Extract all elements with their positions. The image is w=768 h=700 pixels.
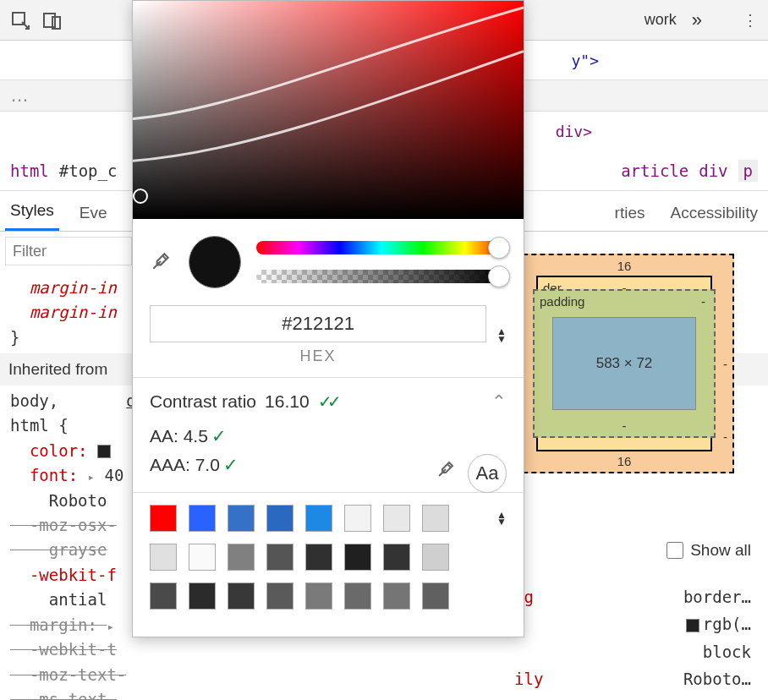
device-toggle-icon[interactable]	[41, 8, 64, 32]
hex-input[interactable]	[150, 305, 486, 342]
contrast-section: Contrast ratio 16.10 ✓✓ ⌃ AA: 4.5✓ AAA: …	[133, 378, 524, 492]
palette-swatch[interactable]	[150, 544, 177, 571]
filter-input[interactable]	[5, 237, 132, 265]
palette-swatch[interactable]	[344, 505, 371, 532]
hue-slider[interactable]	[256, 241, 507, 254]
kebab-menu-icon[interactable]: ⋮	[743, 11, 760, 30]
alpha-thumb[interactable]	[488, 265, 510, 287]
palette-swatch[interactable]	[422, 544, 449, 571]
tab-event-listeners[interactable]: Eve	[74, 195, 112, 231]
palette-section: ▲▼	[133, 493, 524, 637]
tab-network[interactable]: work	[638, 11, 683, 29]
box-model-content: 583 × 72	[552, 317, 696, 410]
saturation-value-area[interactable]	[133, 1, 524, 219]
eyedropper-icon[interactable]	[150, 250, 173, 274]
palette-swatch[interactable]	[344, 582, 371, 610]
breadcrumb-top[interactable]: #top_c	[59, 161, 118, 180]
palette-swatch[interactable]	[150, 582, 177, 610]
palette-swatch[interactable]	[305, 505, 332, 532]
svg-rect-1	[44, 14, 55, 27]
color-swatch[interactable]	[686, 619, 699, 632]
palette-swatch[interactable]	[383, 582, 410, 610]
box-model: der - padding - - 583 × 72 16 16 - -	[514, 254, 734, 473]
collapse-icon[interactable]: ⌃	[491, 391, 507, 412]
show-all-checkbox[interactable]	[667, 542, 683, 559]
breadcrumb-p[interactable]: p	[738, 160, 758, 182]
palette-stepper[interactable]: ▲▼	[496, 511, 507, 526]
tab-styles[interactable]: Styles	[5, 193, 59, 231]
format-stepper[interactable]: ▲▼	[496, 328, 507, 342]
show-all-row: Show all	[667, 541, 751, 560]
palette-swatch[interactable]	[189, 505, 216, 532]
eyedropper-icon[interactable]	[436, 459, 456, 488]
palette-swatch[interactable]	[228, 505, 255, 532]
breadcrumb-html[interactable]: html	[10, 161, 49, 180]
show-all-label: Show all	[690, 541, 751, 560]
color-picker-popover: HEX ▲▼ Contrast ratio 16.10 ✓✓ ⌃ AA: 4.5…	[132, 0, 524, 637]
contrast-sample-icon[interactable]: Aa	[468, 454, 507, 493]
hue-thumb[interactable]	[488, 237, 510, 259]
palette-swatch[interactable]	[383, 505, 410, 532]
palette-swatch[interactable]	[422, 505, 449, 532]
tab-accessibility[interactable]: Accessibility	[666, 195, 763, 231]
alpha-slider[interactable]	[256, 270, 507, 283]
palette-swatch[interactable]	[150, 505, 177, 532]
sv-cursor[interactable]	[133, 189, 148, 204]
color-swatch[interactable]	[97, 445, 111, 458]
palette-swatch[interactable]	[228, 582, 255, 610]
palette-swatch[interactable]	[305, 544, 332, 571]
palette-swatch[interactable]	[344, 544, 371, 571]
palette-swatch[interactable]	[266, 544, 293, 571]
palette-swatch[interactable]	[189, 582, 216, 610]
check-icon: ✓	[223, 455, 239, 474]
current-color-preview	[189, 236, 241, 288]
palette-swatch[interactable]	[228, 544, 255, 571]
palette-swatch[interactable]	[305, 582, 332, 610]
palette-swatch[interactable]	[189, 544, 216, 571]
breadcrumb-article[interactable]: article	[621, 161, 688, 180]
palette-swatch[interactable]	[383, 544, 410, 571]
select-element-icon[interactable]	[8, 8, 32, 32]
expand-icon[interactable]: ▸	[88, 468, 95, 487]
check-icon: ✓	[211, 426, 227, 446]
color-format-label: HEX	[150, 347, 486, 365]
double-check-icon: ✓✓	[318, 391, 337, 412]
palette-swatch[interactable]	[422, 582, 449, 610]
palette-swatch[interactable]	[266, 505, 293, 532]
computed-properties: ngborder… rgb(… block ilyRoboto…	[514, 583, 751, 692]
breadcrumb-div[interactable]: div	[699, 161, 727, 180]
palette-swatch[interactable]	[266, 582, 293, 610]
tab-properties[interactable]: rties	[610, 195, 650, 231]
tabs-overflow-icon[interactable]: »	[692, 9, 702, 31]
